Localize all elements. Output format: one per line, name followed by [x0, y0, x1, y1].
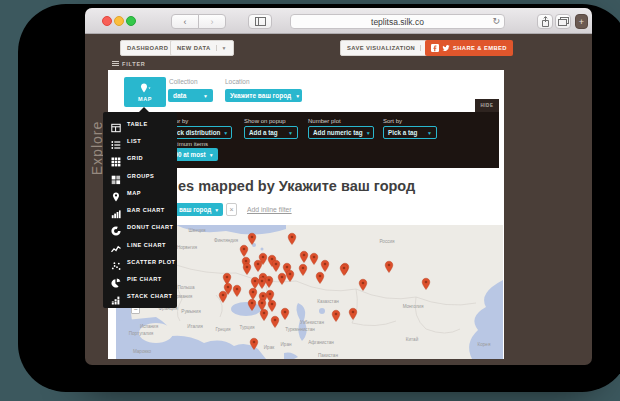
- map-pin[interactable]: [223, 273, 231, 284]
- collection-dropdown[interactable]: data ▼: [168, 89, 213, 102]
- map-pin[interactable]: [251, 277, 259, 288]
- table-icon: [111, 119, 121, 129]
- menu-item-label: STACK CHART: [127, 293, 172, 299]
- sort-by-dropdown[interactable]: Pick a tag ▼: [383, 126, 437, 139]
- collection-value: data: [173, 92, 186, 99]
- map-pin[interactable]: [281, 308, 289, 319]
- menu-item-donut-chart[interactable]: DONUT CHART: [103, 219, 177, 236]
- map-pin[interactable]: [240, 245, 248, 256]
- map-pin[interactable]: [286, 270, 294, 281]
- new-tab-button[interactable]: +: [575, 14, 588, 29]
- donut-chart-icon: [111, 222, 121, 232]
- map-pin[interactable]: [249, 288, 257, 299]
- map-pin[interactable]: [288, 233, 296, 244]
- map-pin[interactable]: [248, 233, 256, 244]
- close-window-button[interactable]: [102, 16, 112, 26]
- new-data-label: NEW DATA: [177, 45, 211, 51]
- chevron-down-icon: ▼: [223, 130, 228, 136]
- save-visualization-button[interactable]: SAVE VISUALIZATION ▼: [340, 40, 439, 56]
- menu-item-grid[interactable]: GRID: [103, 150, 177, 167]
- number-plot-value: Add numeric tag: [313, 129, 363, 136]
- map-pin[interactable]: [278, 273, 286, 284]
- reload-icon[interactable]: ↻: [492, 16, 500, 26]
- remove-filter-button[interactable]: ×: [226, 203, 237, 216]
- map-pin[interactable]: [258, 277, 266, 288]
- menu-item-label: MAP: [127, 190, 141, 196]
- map-pin[interactable]: [359, 279, 367, 290]
- map-pin[interactable]: [321, 260, 329, 271]
- zoom-window-button[interactable]: [126, 16, 136, 26]
- menu-item-groups[interactable]: GROUPS: [103, 167, 177, 184]
- share-embed-button[interactable]: SHARE & EMBED: [425, 40, 513, 56]
- new-data-button[interactable]: NEW DATA ▼: [170, 40, 234, 56]
- add-inline-filter-link[interactable]: Add inline filter: [247, 206, 292, 213]
- view-type-menu: TABLELISTGRIDGROUPSMAPBAR CHARTDONUT CHA…: [103, 112, 177, 308]
- map-pin[interactable]: [340, 264, 348, 275]
- forward-button[interactable]: ›: [198, 14, 226, 29]
- map-pin[interactable]: [271, 316, 279, 327]
- screenshot-stage: ‹ › teplitsa.silk.co ↻ + DASHBOARD NEW D…: [0, 0, 620, 401]
- view-type-button[interactable]: MAP: [124, 77, 166, 107]
- browser-titlebar: ‹ › teplitsa.silk.co ↻ +: [85, 8, 592, 34]
- grid-icon: [111, 153, 121, 163]
- map-pin[interactable]: [265, 276, 273, 287]
- dashboard-button[interactable]: DASHBOARD: [120, 40, 175, 56]
- map-pin[interactable]: [250, 338, 258, 349]
- map-pin[interactable]: [272, 260, 280, 271]
- map-pin[interactable]: [268, 300, 276, 311]
- sidebar-icon: [255, 17, 266, 26]
- back-button[interactable]: ‹: [171, 14, 199, 29]
- number-plot-dropdown[interactable]: Add numeric tag ▼: [308, 126, 374, 139]
- menu-item-scatter-plot[interactable]: SCATTER PLOT: [103, 253, 177, 270]
- share-page-button[interactable]: [537, 14, 553, 29]
- menu-item-table[interactable]: TABLE: [103, 115, 177, 132]
- map-pin[interactable]: [254, 260, 262, 271]
- groups-icon: [111, 171, 121, 181]
- chevron-down-icon: ▼: [427, 130, 432, 136]
- map-pin[interactable]: [233, 285, 241, 296]
- address-bar[interactable]: teplitsa.silk.co ↻: [290, 14, 505, 29]
- tabs-icon: [558, 17, 569, 26]
- menu-item-label: BAR CHART: [127, 207, 165, 213]
- url-text: teplitsa.silk.co: [371, 17, 424, 27]
- map-pin[interactable]: [332, 310, 340, 321]
- list-icon: [111, 136, 121, 146]
- menu-item-stack-chart[interactable]: STACK CHART: [103, 288, 177, 305]
- filter-toggle[interactable]: FILTER: [112, 60, 146, 67]
- menu-item-line-chart[interactable]: LINE CHART: [103, 236, 177, 253]
- map-pin[interactable]: [248, 299, 256, 310]
- facebook-icon: [431, 44, 439, 52]
- tab-overview-button[interactable]: [555, 14, 571, 29]
- show-on-popup-label: Show on popup: [244, 118, 286, 124]
- chevron-down-icon: [149, 87, 151, 88]
- menu-item-map[interactable]: MAP: [103, 184, 177, 201]
- map-pin[interactable]: [258, 299, 266, 310]
- save-visualization-label: SAVE VISUALIZATION: [347, 45, 415, 51]
- menu-item-list[interactable]: LIST: [103, 133, 177, 150]
- map-pin[interactable]: [299, 264, 307, 275]
- map-pin[interactable]: [266, 290, 274, 301]
- sidebar-button[interactable]: [248, 14, 272, 29]
- minimize-window-button[interactable]: [114, 16, 124, 26]
- menu-item-pie-chart[interactable]: PIE CHART: [103, 271, 177, 288]
- hide-options-button[interactable]: HIDE: [475, 99, 499, 112]
- map-pin[interactable]: [385, 261, 393, 272]
- show-on-popup-dropdown[interactable]: Add a tag ▼: [244, 126, 298, 139]
- menu-item-label: LIST: [127, 138, 141, 144]
- menu-item-bar-chart[interactable]: BAR CHART: [103, 202, 177, 219]
- map-pin[interactable]: [316, 272, 324, 283]
- map-pin[interactable]: [422, 278, 430, 289]
- map-pin[interactable]: [300, 251, 308, 262]
- chevron-down-icon: ▼: [216, 45, 227, 51]
- location-label: Location: [225, 78, 250, 85]
- map-pin[interactable]: [260, 309, 268, 320]
- color-by-value: Pick distribution: [171, 129, 220, 136]
- map-pin[interactable]: [349, 308, 357, 319]
- menu-item-label: TABLE: [127, 121, 148, 127]
- location-dropdown[interactable]: Укажите ваш город ▼: [225, 89, 302, 102]
- menu-item-label: GRID: [127, 155, 143, 161]
- map-pin[interactable]: [243, 263, 251, 274]
- chevron-down-icon: ▼: [214, 207, 219, 213]
- map-pin[interactable]: [219, 291, 227, 302]
- map-pin[interactable]: [310, 253, 318, 264]
